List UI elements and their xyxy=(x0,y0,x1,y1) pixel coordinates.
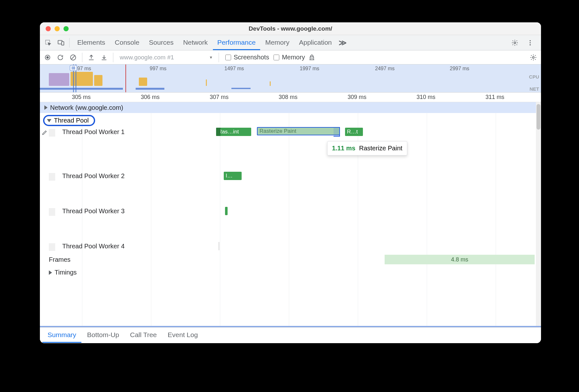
track-label-bg xyxy=(49,243,55,251)
separator xyxy=(219,53,219,62)
collapse-arrow-icon xyxy=(47,119,51,122)
separator xyxy=(113,53,113,62)
event-prefix xyxy=(216,128,221,136)
track-thread-pool-label: Thread Pool xyxy=(54,117,89,124)
overview-handle-left[interactable] xyxy=(70,65,77,71)
overview-network-bar xyxy=(136,88,164,90)
event-tiny[interactable] xyxy=(219,242,219,250)
details-tab-event-log[interactable]: Event Log xyxy=(162,328,203,343)
overview-activity xyxy=(94,75,102,86)
overview-activity xyxy=(49,73,69,86)
overview-network-bar xyxy=(231,88,251,89)
svg-point-3 xyxy=(514,42,516,44)
profile-selector[interactable] xyxy=(117,53,215,62)
track-network-header[interactable]: Network (ww.google.com) xyxy=(40,102,536,113)
edit-track-icon[interactable] xyxy=(42,130,48,137)
tab-network[interactable]: Network xyxy=(179,35,212,50)
tab-application[interactable]: Application xyxy=(295,35,336,50)
ruler-tick: 307 ms xyxy=(210,94,229,101)
clear-icon[interactable] xyxy=(67,52,79,63)
screenshots-label: Screenshots xyxy=(234,54,269,61)
upload-profile-icon[interactable] xyxy=(86,52,97,63)
track-label-bg xyxy=(49,129,55,137)
more-tabs-icon[interactable]: ≫ xyxy=(337,38,349,47)
memory-checkbox-input[interactable] xyxy=(274,55,279,60)
frames-row-label[interactable]: Frames xyxy=(49,256,71,263)
overview-activity xyxy=(270,81,271,86)
track-thread-pool-header[interactable]: Thread Pool xyxy=(43,115,95,126)
download-profile-icon[interactable] xyxy=(98,52,110,63)
tooltip-name: Rasterize Paint xyxy=(359,145,402,152)
ruler-tick: 310 ms xyxy=(417,94,435,101)
worker-4-label[interactable]: Thread Pool Worker 4 xyxy=(62,243,124,250)
worker-3-label[interactable]: Thread Pool Worker 3 xyxy=(62,207,124,215)
ruler-tick: 305 ms xyxy=(72,94,91,101)
memory-checkbox[interactable]: Memory xyxy=(274,54,305,61)
tab-elements[interactable]: Elements xyxy=(73,35,110,50)
overview-tick: 1997 ms xyxy=(300,66,319,72)
expand-arrow-icon xyxy=(49,270,52,275)
track-label-bg xyxy=(49,208,55,216)
tab-performance[interactable]: Performance xyxy=(213,35,260,50)
event-rasterize-selected[interactable]: Rasterize Paint xyxy=(257,127,340,135)
svg-point-10 xyxy=(532,57,534,58)
inspect-element-icon[interactable] xyxy=(42,36,55,49)
timeline-overview[interactable]: 497 ms 997 ms 1497 ms 1997 ms 2497 ms 29… xyxy=(40,64,541,93)
device-toolbar-icon[interactable] xyxy=(55,36,67,49)
screenshots-checkbox-input[interactable] xyxy=(225,55,231,60)
details-tab-bottom-up[interactable]: Bottom-Up xyxy=(82,328,124,343)
titlebar: DevTools - www.google.com/ xyxy=(40,22,541,35)
event-tooltip: 1.11 ms Rasterize Paint xyxy=(327,141,407,155)
window-title: DevTools - www.google.com/ xyxy=(40,25,541,32)
overview-cpu-label: CPU xyxy=(529,74,539,79)
minimize-window-button[interactable] xyxy=(55,26,60,31)
garbage-collect-icon[interactable] xyxy=(306,52,318,63)
capture-settings-gear-icon[interactable] xyxy=(528,52,539,63)
expand-arrow-icon xyxy=(44,105,48,110)
settings-gear-icon[interactable] xyxy=(508,36,521,49)
event-image-decode[interactable]: I… xyxy=(224,172,242,180)
timeline-ruler[interactable]: 305 ms 306 ms 307 ms 308 ms 309 ms 310 m… xyxy=(40,93,541,102)
details-tab-strip: Summary Bottom-Up Call Tree Event Log xyxy=(40,327,541,343)
track-label-bg xyxy=(49,173,55,181)
overview-tick: 2497 ms xyxy=(375,66,395,72)
close-window-button[interactable] xyxy=(46,26,51,31)
ruler-tick: 306 ms xyxy=(141,94,160,101)
tab-console[interactable]: Console xyxy=(110,35,144,50)
timings-row-header[interactable]: Timings xyxy=(49,269,77,276)
event-rasterize-3[interactable]: R…t xyxy=(345,128,363,136)
reload-record-icon[interactable] xyxy=(55,52,66,63)
overview-network-bar xyxy=(40,88,123,90)
kebab-menu-icon[interactable] xyxy=(524,36,537,49)
record-button-icon[interactable] xyxy=(42,52,53,63)
details-tab-call-tree[interactable]: Call Tree xyxy=(125,328,162,343)
svg-rect-2 xyxy=(62,41,64,45)
overview-activity xyxy=(206,79,207,86)
ruler-tick: 311 ms xyxy=(485,94,504,101)
details-tab-summary[interactable]: Summary xyxy=(42,328,81,343)
worker-2-label[interactable]: Thread Pool Worker 2 xyxy=(62,172,124,180)
tooltip-duration: 1.11 ms xyxy=(332,145,355,152)
svg-point-8 xyxy=(46,56,49,58)
tab-sources[interactable]: Sources xyxy=(145,35,178,50)
ruler-tick: 309 ms xyxy=(348,94,366,101)
zoom-window-button[interactable] xyxy=(64,26,69,31)
panel-tab-strip: Elements Console Sources Network Perform… xyxy=(40,35,541,50)
panel-tabs: Elements Console Sources Network Perform… xyxy=(73,35,349,50)
flame-chart[interactable]: Network (ww.google.com) Thread Pool Thre… xyxy=(40,102,541,326)
vertical-scrollbar[interactable] xyxy=(536,102,541,326)
worker-1-label[interactable]: Thread Pool Worker 1 xyxy=(62,128,124,136)
svg-point-6 xyxy=(530,44,531,45)
performance-toolbar: ▼ Screenshots Memory xyxy=(40,50,541,64)
separator xyxy=(69,38,70,48)
svg-point-5 xyxy=(530,42,531,43)
separator xyxy=(82,53,82,62)
scrollbar-thumb[interactable] xyxy=(537,104,540,130)
tab-memory[interactable]: Memory xyxy=(261,35,294,50)
event-small[interactable] xyxy=(225,207,228,215)
event-rasterize-1[interactable]: Ras…int xyxy=(216,128,251,136)
frame-bar[interactable]: 4.8 ms xyxy=(385,255,535,264)
window-controls xyxy=(46,26,69,31)
overview-marker xyxy=(125,64,126,92)
screenshots-checkbox[interactable]: Screenshots xyxy=(225,54,269,61)
